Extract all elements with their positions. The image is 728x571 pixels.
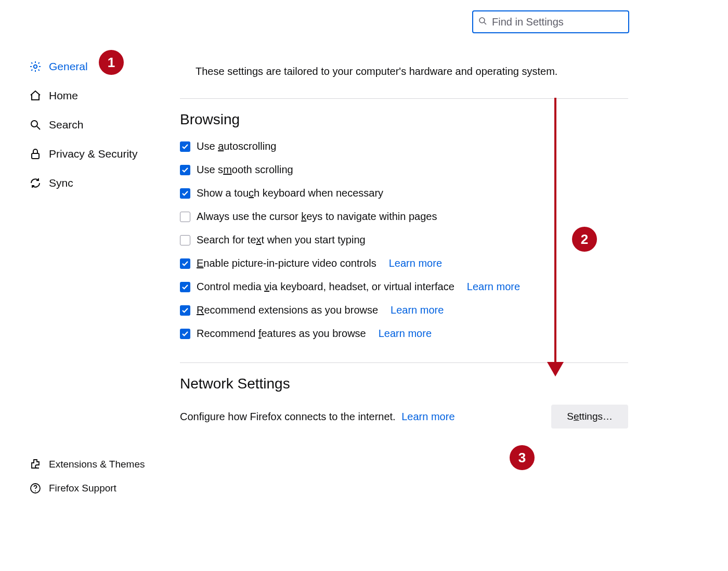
checkbox-icon[interactable] [180, 305, 190, 316]
check-label: Use autoscrolling [197, 140, 276, 152]
check-recommend-extensions[interactable]: Recommend extensions as you browse Learn… [180, 304, 628, 316]
svg-point-7 [35, 490, 36, 491]
network-settings-button[interactable]: Settings… [551, 405, 628, 429]
check-label: Recommend features as you browse [197, 328, 366, 340]
svg-point-0 [479, 18, 485, 23]
learn-more-link[interactable]: Learn more [379, 328, 432, 340]
lock-icon [29, 148, 42, 160]
annotation-arrow [554, 98, 556, 363]
sidebar-item-label: Extensions & Themes [49, 459, 145, 470]
sidebar-item-extensions[interactable]: Extensions & Themes [29, 452, 164, 476]
search-icon [478, 17, 487, 27]
checkbox-icon[interactable] [180, 188, 190, 199]
check-pip[interactable]: Enable picture-in-picture video controls… [180, 257, 628, 269]
sidebar: General Home Search Privacy & Security S… [29, 52, 164, 198]
sidebar-item-label: General [49, 60, 88, 73]
checkbox-icon[interactable] [180, 329, 190, 339]
sidebar-item-support[interactable]: Firefox Support [29, 476, 164, 500]
sidebar-item-label: Home [49, 89, 78, 102]
svg-rect-5 [32, 153, 39, 159]
sidebar-item-sync[interactable]: Sync [29, 168, 164, 198]
puzzle-icon [29, 458, 42, 471]
check-recommend-features[interactable]: Recommend features as you browse Learn m… [180, 328, 628, 340]
sidebar-item-label: Search [49, 119, 84, 131]
learn-more-link[interactable]: Learn more [389, 257, 442, 269]
sidebar-item-label: Sync [49, 177, 73, 189]
sync-icon [29, 177, 42, 189]
sidebar-item-label: Privacy & Security [49, 148, 137, 160]
svg-line-1 [484, 22, 486, 24]
svg-point-3 [31, 121, 37, 127]
check-label: Show a touch keyboard when necessary [197, 187, 383, 199]
learn-more-link[interactable]: Learn more [467, 281, 520, 293]
check-label: Search for text when you start typing [197, 234, 366, 246]
svg-line-4 [37, 126, 40, 129]
check-cursor-keys[interactable]: Always use the cursor keys to navigate w… [180, 211, 628, 223]
sidebar-item-privacy[interactable]: Privacy & Security [29, 139, 164, 168]
checkbox-icon[interactable] [180, 165, 190, 175]
intro-text: These settings are tailored to your comp… [196, 66, 628, 77]
sidebar-item-general[interactable]: General [29, 52, 164, 81]
check-touch-keyboard[interactable]: Show a touch keyboard when necessary [180, 187, 628, 199]
search-container[interactable] [472, 10, 629, 33]
checkbox-icon[interactable] [180, 141, 190, 152]
checkbox-icon[interactable] [180, 212, 190, 222]
home-icon [29, 89, 42, 102]
learn-more-link[interactable]: Learn more [391, 304, 444, 316]
check-search-typing[interactable]: Search for text when you start typing [180, 234, 628, 246]
check-label: Use smooth scrolling [197, 164, 293, 176]
sidebar-item-home[interactable]: Home [29, 81, 164, 110]
divider [180, 98, 628, 99]
section-title-browsing: Browsing [180, 111, 628, 128]
learn-more-link[interactable]: Learn more [401, 411, 454, 422]
annotation-badge-2: 2 [572, 227, 597, 252]
check-autoscrolling[interactable]: Use autoscrolling [180, 140, 628, 152]
gear-icon [29, 60, 42, 73]
search-icon [29, 119, 42, 131]
network-desc: Configure how Firefox connects to the in… [180, 411, 455, 423]
check-media-keys[interactable]: Control media via keyboard, headset, or … [180, 281, 628, 293]
check-label: Enable picture-in-picture video controls [197, 257, 376, 269]
annotation-arrow-head [547, 362, 564, 377]
annotation-badge-1: 1 [99, 50, 124, 75]
sidebar-item-search[interactable]: Search [29, 110, 164, 139]
sidebar-item-label: Firefox Support [49, 483, 116, 494]
checkbox-icon[interactable] [180, 235, 190, 245]
sidebar-bottom: Extensions & Themes Firefox Support [29, 452, 164, 500]
checkbox-icon[interactable] [180, 282, 190, 292]
check-label: Always use the cursor keys to navigate w… [197, 211, 437, 223]
checkbox-icon[interactable] [180, 258, 190, 269]
check-label: Recommend extensions as you browse [197, 304, 378, 316]
check-label: Control media via keyboard, headset, or … [197, 281, 454, 293]
svg-point-2 [34, 65, 37, 68]
section-title-network: Network Settings [180, 375, 628, 392]
search-input[interactable] [491, 16, 625, 29]
check-smooth-scrolling[interactable]: Use smooth scrolling [180, 164, 628, 176]
question-icon [29, 482, 42, 495]
annotation-badge-3: 3 [510, 445, 535, 470]
